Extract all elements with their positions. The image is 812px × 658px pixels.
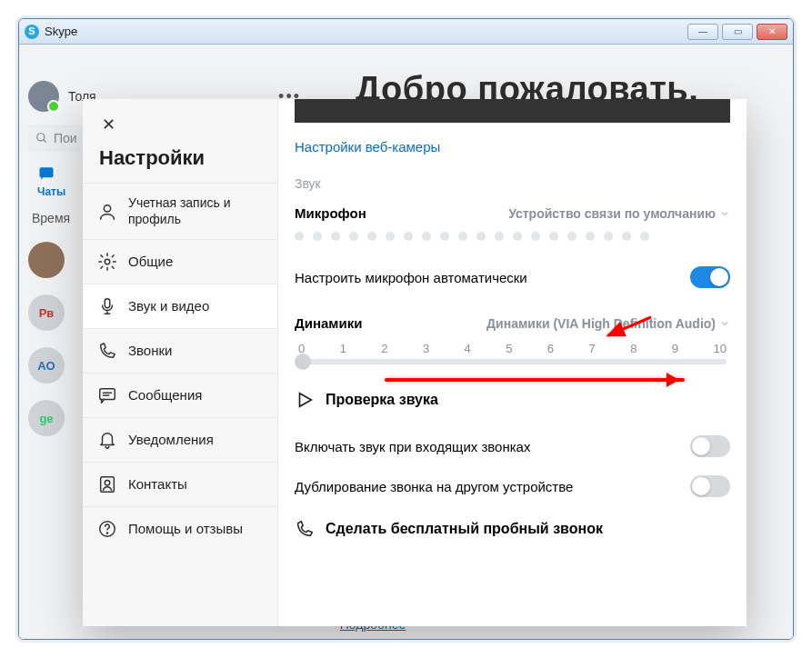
free-test-call-label: Сделать бесплатный пробный звонок <box>326 521 603 537</box>
nav-audio-video[interactable]: Звук и видео <box>83 284 277 328</box>
svg-rect-6 <box>100 389 115 400</box>
person-icon <box>97 202 117 222</box>
speaker-volume-scale: 0 1 2 3 4 5 6 7 8 9 10 <box>278 340 747 355</box>
svg-rect-2 <box>40 167 54 177</box>
window-title: Skype <box>45 25 77 38</box>
tick: 5 <box>506 342 512 355</box>
ring-dup-row: Дублирование звонка на другом устройстве <box>278 466 747 506</box>
slider-thumb[interactable] <box>295 354 311 370</box>
microphone-row: Микрофон Устройство связи по умолчанию <box>278 196 747 230</box>
microphone-icon <box>97 296 117 316</box>
contacts-icon <box>97 474 117 494</box>
settings-title: Настройки <box>83 141 277 183</box>
microphone-device-value: Устройство связи по умолчанию <box>508 206 716 221</box>
nav-messaging-label: Сообщения <box>128 387 263 404</box>
speakers-row: Динамики Динамики (VIA High Definition A… <box>278 306 747 340</box>
mic-auto-adjust-toggle[interactable] <box>690 266 730 288</box>
tick: 4 <box>465 342 471 355</box>
svg-rect-9 <box>101 477 115 493</box>
camera-preview-bar <box>295 99 730 123</box>
chat-avatar: АО <box>28 347 65 384</box>
microphone-label: Микрофон <box>295 205 366 221</box>
ring-incoming-label: Включать звук при входящих звонках <box>295 439 530 454</box>
close-window-button[interactable]: ✕ <box>757 24 787 40</box>
mic-auto-adjust-row: Настроить микрофон автоматически <box>278 257 747 297</box>
help-icon <box>97 519 117 539</box>
svg-point-4 <box>105 259 110 264</box>
phone-icon <box>295 519 315 539</box>
tick: 9 <box>672 342 678 355</box>
tick: 2 <box>381 342 387 355</box>
tab-chats[interactable]: Чаты <box>37 164 65 198</box>
skype-logo-icon: S <box>25 25 39 39</box>
tick: 7 <box>588 342 595 355</box>
nav-help-label: Помощь и отзывы <box>128 521 263 538</box>
minimize-button[interactable]: — <box>687 24 718 40</box>
avatar[interactable] <box>28 81 59 112</box>
nav-help[interactable]: Помощь и отзывы <box>83 506 277 551</box>
maximize-button[interactable]: ▭ <box>722 24 753 40</box>
play-icon <box>295 390 315 410</box>
bell-icon <box>97 430 117 450</box>
annotation-arrow-diagonal <box>601 315 656 339</box>
close-settings-button[interactable]: ✕ <box>92 108 125 141</box>
annotation-arrow-horizontal <box>385 378 685 382</box>
nav-notifications-label: Уведомления <box>128 432 263 449</box>
speaker-volume-slider[interactable] <box>298 359 727 364</box>
message-icon <box>97 385 117 405</box>
settings-modal: ✕ Настройки Учетная запись и профиль Общ… <box>83 99 747 626</box>
chat-avatar: ge <box>28 400 65 436</box>
svg-point-0 <box>37 134 45 141</box>
nav-general[interactable]: Общие <box>83 239 277 284</box>
chevron-down-icon <box>719 318 730 329</box>
test-audio-button[interactable]: Проверка звука <box>278 383 747 426</box>
ring-incoming-toggle[interactable] <box>690 435 730 457</box>
nav-notifications[interactable]: Уведомления <box>83 417 277 462</box>
nav-contacts-label: Контакты <box>128 476 263 494</box>
free-test-call-button[interactable]: Сделать бесплатный пробный звонок <box>278 506 747 552</box>
nav-audio-video-label: Звук и видео <box>128 298 263 315</box>
chat-icon <box>37 164 55 183</box>
nav-messaging[interactable]: Сообщения <box>83 373 277 417</box>
nav-account[interactable]: Учетная запись и профиль <box>83 183 277 239</box>
tick: 1 <box>340 342 346 355</box>
tick: 6 <box>547 342 554 355</box>
nav-contacts[interactable]: Контакты <box>83 462 277 506</box>
chevron-down-icon <box>719 208 730 219</box>
svg-point-3 <box>104 204 110 211</box>
svg-rect-5 <box>105 299 110 308</box>
nav-calling[interactable]: Звонки <box>83 328 277 373</box>
settings-nav: ✕ Настройки Учетная запись и профиль Общ… <box>83 99 278 626</box>
tick: 10 <box>713 342 726 355</box>
search-placeholder: Пои <box>54 131 77 145</box>
nav-calling-label: Звонки <box>128 343 263 360</box>
nav-account-label: Учетная запись и профиль <box>128 195 263 227</box>
test-audio-label: Проверка звука <box>326 392 438 408</box>
microphone-device-select[interactable]: Устройство связи по умолчанию <box>508 206 730 221</box>
gear-icon <box>97 252 117 272</box>
svg-line-1 <box>44 140 46 143</box>
tick: 3 <box>423 342 429 355</box>
window-controls: — ▭ ✕ <box>687 24 787 40</box>
svg-line-14 <box>608 317 651 335</box>
svg-marker-13 <box>300 394 312 407</box>
mic-auto-adjust-label: Настроить микрофон автоматически <box>295 270 527 285</box>
ring-dup-toggle[interactable] <box>690 475 730 497</box>
tab-chats-label: Чаты <box>37 185 65 198</box>
ring-dup-label: Дублирование звонка на другом устройстве <box>295 479 573 494</box>
ring-incoming-row: Включать звук при входящих звонках <box>278 426 747 466</box>
settings-panel: Настройки веб-камеры Звук Микрофон Устро… <box>278 99 747 626</box>
phone-icon <box>97 341 117 361</box>
webcam-settings-link[interactable]: Настройки веб-камеры <box>278 123 747 176</box>
chat-avatar <box>28 242 65 278</box>
window-frame: S Skype — ▭ ✕ Добро пожаловать, Толя •••… <box>18 18 794 640</box>
search-icon <box>35 132 48 145</box>
title-bar[interactable]: S Skype — ▭ ✕ <box>19 19 793 45</box>
speakers-label: Динамики <box>295 315 362 331</box>
microphone-level-meter <box>278 230 747 257</box>
svg-point-10 <box>105 480 110 485</box>
sound-section-label: Звук <box>278 176 747 196</box>
svg-point-12 <box>106 533 107 533</box>
chat-avatar: Рв <box>28 294 65 331</box>
nav-general-label: Общие <box>128 254 263 271</box>
